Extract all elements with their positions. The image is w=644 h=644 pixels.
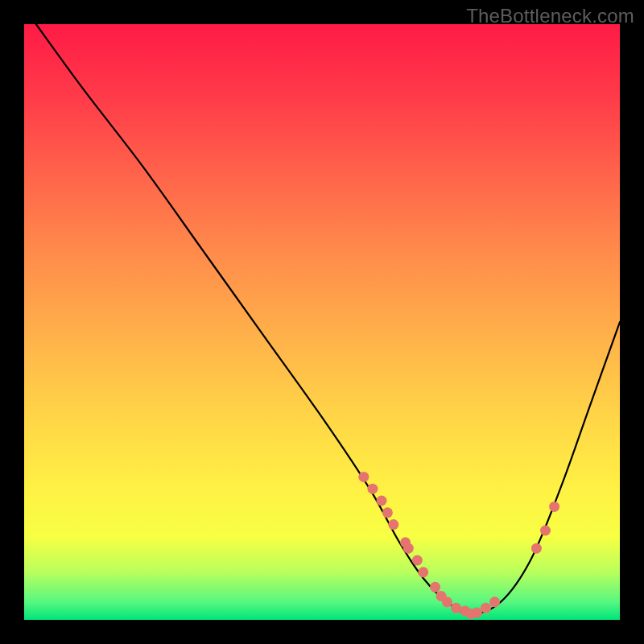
marker-point: [442, 597, 452, 607]
marker-point: [531, 543, 542, 554]
marker-point: [549, 502, 559, 512]
marker-point: [451, 603, 461, 613]
chart-svg: [24, 24, 620, 620]
marker-point: [481, 603, 491, 613]
chart-frame: TheBottleneck.com: [0, 0, 644, 644]
plot-area: [24, 24, 620, 620]
marker-point: [358, 472, 369, 482]
marker-point: [489, 597, 500, 607]
marker-group: [358, 472, 559, 619]
marker-point: [403, 543, 414, 554]
marker-point: [412, 555, 423, 566]
marker-point: [430, 582, 440, 592]
marker-point: [472, 608, 482, 618]
marker-point: [540, 526, 551, 536]
marker-point: [418, 567, 428, 577]
marker-point: [367, 484, 378, 494]
marker-point: [382, 507, 393, 518]
marker-point: [388, 519, 398, 530]
watermark-text: TheBottleneck.com: [466, 5, 634, 27]
curve-line: [36, 24, 620, 614]
marker-point: [377, 496, 387, 506]
